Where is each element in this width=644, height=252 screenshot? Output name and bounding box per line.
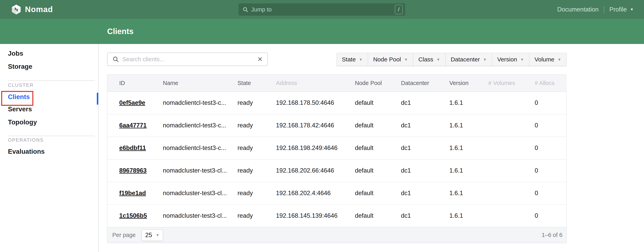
client-allocs-cell: 0 xyxy=(535,137,567,159)
table-row[interactable]: 89678963 nomadcluster-test3-cl... ready … xyxy=(107,159,567,182)
client-node-pool-cell: default xyxy=(355,91,401,114)
caret-down-icon: ▼ xyxy=(436,58,440,61)
table-row[interactable]: 1c1506b5 nomadcluster-test3-cl... ready … xyxy=(107,205,567,227)
brand-name: Nomad xyxy=(25,5,53,14)
column-header-node-pool[interactable]: Node Pool xyxy=(355,75,401,91)
client-node-pool-cell: default xyxy=(355,114,401,137)
client-volumes-cell xyxy=(488,114,535,137)
client-version-cell: 1.6.1 xyxy=(449,137,488,159)
client-id-link[interactable]: 89678963 xyxy=(119,167,146,174)
client-name-cell: nomadclientcl-test3-c... xyxy=(163,91,238,114)
nav-links: Documentation Profile ▼ xyxy=(557,0,634,19)
filter-button-state[interactable]: State ▼ xyxy=(336,53,368,66)
client-address-cell: 192.168.145.139:4646 xyxy=(276,205,355,227)
profile-label: Profile xyxy=(609,6,627,13)
client-allocs-cell: 0 xyxy=(535,205,567,227)
client-id-link[interactable]: e6bdbf11 xyxy=(119,144,146,151)
filter-label: Node Pool xyxy=(373,56,401,63)
sidebar: Jobs Storage CLUSTER Clients Servers Top… xyxy=(0,44,98,252)
caret-down-icon: ▼ xyxy=(558,58,561,61)
client-name-cell: nomadcluster-test3-cl... xyxy=(163,182,238,205)
client-state-cell: ready xyxy=(238,159,276,182)
client-version-cell: 1.6.1 xyxy=(449,205,488,227)
client-state-cell: ready xyxy=(238,114,276,137)
client-volumes-cell xyxy=(488,205,535,227)
sidebar-divider xyxy=(8,80,95,81)
clients-table: ID Name State Address Node Pool Datacent… xyxy=(107,75,567,227)
sidebar-item-topology[interactable]: Topology xyxy=(8,118,37,127)
client-id-link[interactable]: 6aa47771 xyxy=(119,122,146,129)
table-header-row: ID Name State Address Node Pool Datacent… xyxy=(107,75,567,91)
client-address-cell: 192.168.202.4:4646 xyxy=(276,182,355,205)
client-datacenter-cell: dc1 xyxy=(401,205,449,227)
clients-search: ✕ xyxy=(107,52,268,66)
client-version-cell: 1.6.1 xyxy=(449,114,488,137)
client-state-cell: ready xyxy=(238,205,276,227)
column-header-id[interactable]: ID xyxy=(107,75,163,91)
client-address-cell: 192.168.178.50:4646 xyxy=(276,91,355,114)
sidebar-item-servers[interactable]: Servers xyxy=(8,105,32,114)
client-volumes-cell xyxy=(488,182,535,205)
top-nav: Nomad / Documentation Profile ▼ xyxy=(0,0,644,19)
table-row[interactable]: e6bdbf11 nomadclientcl-test3-c... ready … xyxy=(107,137,567,159)
filter-label: Version xyxy=(497,56,517,63)
sidebar-section-operations-label: OPERATIONS xyxy=(8,137,44,143)
caret-down-icon: ▼ xyxy=(483,58,487,61)
table-row[interactable]: 0ef5ae9e nomadclientcl-test3-c... ready … xyxy=(107,91,567,114)
column-header-name[interactable]: Name xyxy=(163,75,238,91)
client-version-cell: 1.6.1 xyxy=(449,91,488,114)
client-id-link[interactable]: 0ef5ae9e xyxy=(119,99,145,106)
client-datacenter-cell: dc1 xyxy=(401,182,449,205)
main-content: ✕ State ▼ Node Pool ▼ Class ▼ Datacenter xyxy=(98,44,644,252)
client-id-cell: 1c1506b5 xyxy=(107,205,163,227)
client-state-cell: ready xyxy=(238,182,276,205)
client-datacenter-cell: dc1 xyxy=(401,91,449,114)
per-page-select[interactable]: 25 ▼ xyxy=(142,230,163,241)
page-title: Clients xyxy=(107,27,134,36)
column-header-datacenter[interactable]: Datacenter xyxy=(401,75,449,91)
sidebar-item-jobs[interactable]: Jobs xyxy=(8,49,23,58)
client-volumes-cell xyxy=(488,91,535,114)
caret-down-icon: ▼ xyxy=(404,58,408,61)
client-address-cell: 192.168.178.42:4646 xyxy=(276,114,355,137)
filter-button-version[interactable]: Version ▼ xyxy=(492,53,529,66)
client-address-cell: 192.168.198.249:4646 xyxy=(276,137,355,159)
sidebar-item-storage[interactable]: Storage xyxy=(8,62,32,71)
caret-down-icon: ▼ xyxy=(630,7,634,11)
client-id-cell: f19be1ad xyxy=(107,182,163,205)
profile-menu[interactable]: Profile ▼ xyxy=(609,6,634,13)
client-volumes-cell xyxy=(488,159,535,182)
jump-to-input[interactable] xyxy=(251,6,395,13)
search-clients-input[interactable] xyxy=(122,56,257,63)
jump-to-search[interactable]: / xyxy=(238,3,405,16)
nomad-brand-link[interactable]: Nomad xyxy=(12,0,53,19)
column-header-version[interactable]: Version xyxy=(449,75,488,91)
client-allocs-cell: 0 xyxy=(535,159,567,182)
client-datacenter-cell: dc1 xyxy=(401,137,449,159)
caret-down-icon: ▼ xyxy=(156,233,160,237)
column-header-state[interactable]: State xyxy=(238,75,276,91)
column-header-volumes: # Volumes xyxy=(488,75,535,91)
nav-separator xyxy=(604,6,604,13)
page-range-text: 1–6 of 6 xyxy=(542,232,562,238)
active-item-indicator xyxy=(97,93,98,105)
per-page-value: 25 xyxy=(145,232,152,239)
slash-shortcut-badge: / xyxy=(395,5,403,14)
filter-label: Class xyxy=(418,56,433,63)
sidebar-item-clients[interactable]: Clients xyxy=(8,92,30,101)
client-version-cell: 1.6.1 xyxy=(449,182,488,205)
filter-button-volume[interactable]: Volume ▼ xyxy=(529,53,566,66)
client-allocs-cell: 0 xyxy=(535,91,567,114)
client-id-link[interactable]: 1c1506b5 xyxy=(119,212,147,219)
filter-button-datacenter[interactable]: Datacenter ▼ xyxy=(446,53,492,66)
table-row[interactable]: 6aa47771 nomadclientcl-test3-c... ready … xyxy=(107,114,567,137)
filter-button-node-pool[interactable]: Node Pool ▼ xyxy=(368,53,413,66)
table-row[interactable]: f19be1ad nomadcluster-test3-cl... ready … xyxy=(107,182,567,205)
client-version-cell: 1.6.1 xyxy=(449,159,488,182)
client-name-cell: nomadclientcl-test3-c... xyxy=(163,114,238,137)
sidebar-item-evaluations[interactable]: Evaluations xyxy=(8,147,45,156)
clear-search-button[interactable]: ✕ xyxy=(257,56,263,62)
documentation-link[interactable]: Documentation xyxy=(557,6,599,13)
client-id-link[interactable]: f19be1ad xyxy=(119,190,146,197)
filter-button-class[interactable]: Class ▼ xyxy=(413,53,446,66)
